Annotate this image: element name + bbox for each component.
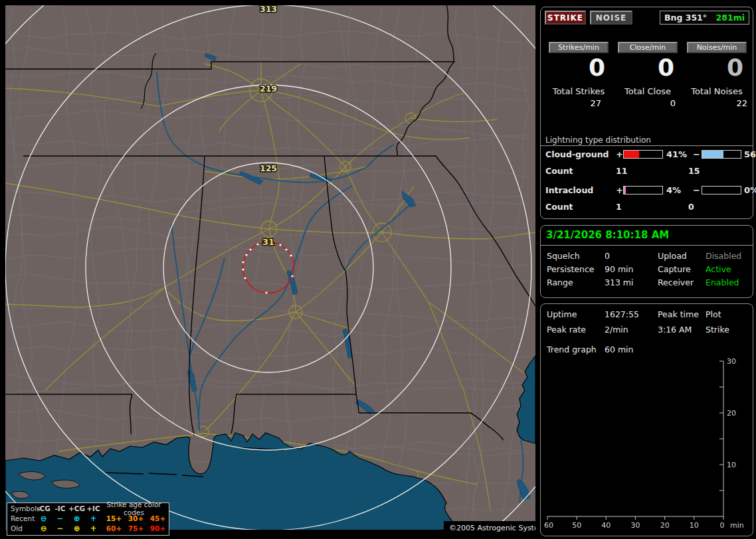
- pos-ic-recent-icon: +: [85, 514, 102, 523]
- ic-minus-count: 0: [688, 202, 694, 212]
- distribution-header: Lightning type distribution: [545, 135, 651, 145]
- cg-minus-count: 15: [688, 166, 700, 176]
- persistence-label: Persistence: [547, 264, 595, 274]
- age-60: 60+: [103, 524, 125, 532]
- strike-counter-panel: STRIKE NOISE Bng 351° 281mi Strikes/min …: [540, 7, 753, 219]
- x-tick-30: 30: [631, 521, 640, 530]
- neg-ic-old-icon: −: [52, 524, 68, 533]
- x-tick-20: 20: [660, 521, 670, 530]
- strike-toggle-button[interactable]: STRIKE: [545, 11, 586, 25]
- cg-plus-count: 11: [616, 166, 627, 176]
- datetime-rule: [541, 245, 753, 246]
- ic-count-label: Count: [545, 202, 573, 212]
- status-row-persistence: Persistence 90 min Capture Active: [541, 264, 753, 275]
- neg-cg-old-icon: ⊖: [35, 524, 52, 533]
- upload-status: Disabled: [706, 251, 741, 261]
- ic-plus-count: 1: [616, 202, 622, 212]
- x-tick-50: 50: [572, 521, 581, 530]
- minus-sign: −: [693, 185, 700, 195]
- age-90: 90+: [147, 524, 169, 532]
- persistence-value: 90 min: [605, 264, 633, 274]
- bearing-label: Bng 351°: [664, 13, 707, 23]
- x-axis-unit: min: [730, 521, 744, 530]
- legend-old-label: Old: [7, 524, 35, 532]
- copyright-text: ©2005 Astrogenic Systems: [449, 524, 535, 532]
- y-tick-10: 10: [727, 461, 736, 469]
- cloud-ground-row: Cloud-ground + 41% − 56%: [541, 149, 753, 160]
- y-tick-30: 30: [727, 357, 736, 366]
- status-row-range: Range 313 mi Receiver Enabled: [541, 277, 753, 288]
- legend-col-neg-ic: -IC: [52, 504, 68, 512]
- cg-count-label: Count: [545, 166, 573, 176]
- legend-old-row: Old ⊖ − ⊕ + 60+ 75+ 90+: [7, 523, 169, 533]
- plus-sign: +: [616, 149, 623, 159]
- range-value: 313 mi: [605, 277, 633, 287]
- map-legend: Symbols -CG -IC +CG +IC Strike age color…: [7, 502, 169, 536]
- legend-col-pos-ic: +IC: [85, 504, 102, 512]
- pos-cg-old-icon: ⊕: [68, 524, 85, 533]
- age-15: 15+: [103, 514, 125, 522]
- legend-header-row: Symbols -CG -IC +CG +IC Strike age color…: [7, 503, 169, 513]
- receiver-status: Enabled: [706, 277, 739, 287]
- cloud-ground-count-row: Count 11 15: [541, 166, 753, 177]
- noise-toggle-button[interactable]: NOISE: [590, 11, 632, 25]
- trend-graph: 30 20 10 60 50 40 30 20 10 0 min: [541, 304, 753, 536]
- legend-recent-row: Recent ⊖ − ⊕ + 15+ 30+ 45+: [7, 513, 169, 523]
- y-tick-20: 20: [727, 409, 736, 418]
- squelch-label: Squelch: [547, 251, 580, 261]
- status-row-squelch: Squelch 0 Upload Disabled: [541, 251, 753, 262]
- bearing-display: Bng 351° 281mi: [660, 11, 749, 25]
- noises-per-min-button[interactable]: Noises/min: [687, 42, 747, 53]
- total-noises-value: 22: [682, 98, 751, 108]
- trend-panel: Uptime 1627:55 Peak time Plot Peak rate …: [540, 303, 753, 536]
- legend-col-pos-cg: +CG: [68, 504, 85, 512]
- ic-plus-pct: 4%: [666, 185, 681, 195]
- cg-minus-pct: 56%: [744, 149, 756, 159]
- close-per-min-value: 0: [613, 54, 682, 81]
- bearing-distance: 281mi: [716, 13, 745, 23]
- ring-label-125: 125: [260, 163, 277, 173]
- upload-label: Upload: [658, 251, 687, 261]
- ring-label-313: 313: [260, 5, 277, 14]
- total-strikes-label: Total Strikes: [544, 86, 613, 96]
- noises-per-min-value: 0: [682, 54, 751, 81]
- neg-ic-recent-icon: −: [52, 514, 68, 523]
- legend-symbols-header: Symbols: [7, 504, 35, 512]
- datetime-display: 3/21/2026 8:10:18 AM: [546, 229, 669, 241]
- pos-cg-recent-icon: ⊕: [68, 514, 85, 523]
- capture-status: Active: [706, 264, 731, 274]
- intracloud-row: Intracloud + 4% − 0%: [541, 185, 753, 196]
- strikes-per-min-button[interactable]: Strikes/min: [549, 42, 609, 53]
- strikes-per-min-value: 0: [544, 54, 613, 81]
- total-close-value: 0: [613, 98, 682, 108]
- receiver-label: Receiver: [658, 277, 694, 287]
- ic-plus-bar: [623, 186, 663, 194]
- cg-minus-bar: [702, 150, 741, 159]
- ic-minus-bar: [702, 186, 741, 194]
- radar-map[interactable]: 313 219 125 31 ©2005 Astrogenic Systems …: [5, 5, 535, 534]
- capture-label: Capture: [658, 264, 691, 274]
- total-close-label: Total Close: [613, 86, 682, 96]
- close-per-min-button[interactable]: Close/min: [618, 42, 678, 53]
- intracloud-label: Intracloud: [545, 185, 593, 195]
- ring-label-31: 31: [262, 237, 274, 247]
- age-30: 30+: [125, 514, 147, 522]
- x-tick-10: 10: [690, 521, 699, 530]
- x-tick-0: 0: [720, 521, 725, 530]
- pos-ic-old-icon: +: [85, 524, 102, 533]
- cloud-ground-label: Cloud-ground: [545, 149, 609, 159]
- legend-recent-label: Recent: [7, 514, 35, 522]
- status-panel: 3/21/2026 8:10:18 AM Squelch 0 Upload Di…: [540, 225, 753, 298]
- x-tick-40: 40: [601, 521, 611, 530]
- app-window: 313 219 125 31 ©2005 Astrogenic Systems …: [0, 0, 756, 539]
- legend-col-neg-cg: -CG: [35, 504, 52, 512]
- age-45: 45+: [147, 514, 169, 522]
- x-tick-60: 60: [544, 521, 553, 530]
- plus-sign: +: [616, 185, 623, 195]
- cg-plus-bar: [623, 150, 663, 159]
- minus-sign: −: [693, 149, 700, 159]
- total-noises-label: Total Noises: [682, 86, 751, 96]
- total-strikes-value: 27: [544, 98, 613, 108]
- intracloud-count-row: Count 1 0: [541, 202, 753, 212]
- map-canvas: 313 219 125 31 ©2005 Astrogenic Systems: [5, 5, 535, 534]
